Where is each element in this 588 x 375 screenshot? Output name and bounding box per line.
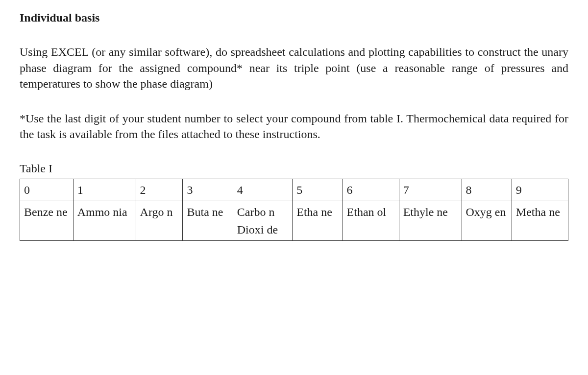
- table-row: Benze ne Ammo nia Argo n Buta ne Carbo n…: [20, 201, 568, 240]
- compound-cell: Buta ne: [183, 201, 233, 240]
- instruction-paragraph-2: *Use the last digit of your student numb…: [20, 111, 568, 142]
- compound-cell: Ethyle ne: [399, 201, 462, 240]
- header-cell: 9: [512, 179, 568, 201]
- header-cell: 8: [462, 179, 512, 201]
- compound-cell: Ammo nia: [73, 201, 136, 240]
- instruction-paragraph-1: Using EXCEL (or any similar software), d…: [20, 44, 568, 92]
- compound-cell: Argo n: [136, 201, 183, 240]
- header-cell: 1: [73, 179, 136, 201]
- compound-cell: Oxyg en: [462, 201, 512, 240]
- header-cell: 4: [233, 179, 292, 201]
- header-cell: 0: [20, 179, 74, 201]
- compound-cell: Metha ne: [512, 201, 568, 240]
- compound-cell: Benze ne: [20, 201, 74, 240]
- section-heading: Individual basis: [20, 10, 568, 25]
- table-row: 0 1 2 3 4 5 6 7 8 9: [20, 179, 568, 201]
- compound-cell: Ethan ol: [343, 201, 399, 240]
- table-caption: Table I: [20, 161, 568, 176]
- header-cell: 2: [136, 179, 183, 201]
- compound-cell: Etha ne: [293, 201, 343, 240]
- compound-table: 0 1 2 3 4 5 6 7 8 9 Benze ne Ammo nia Ar…: [20, 179, 568, 241]
- header-cell: 3: [183, 179, 233, 201]
- compound-cell: Carbo n Dioxi de: [233, 201, 292, 240]
- header-cell: 5: [293, 179, 343, 201]
- header-cell: 7: [399, 179, 462, 201]
- header-cell: 6: [343, 179, 399, 201]
